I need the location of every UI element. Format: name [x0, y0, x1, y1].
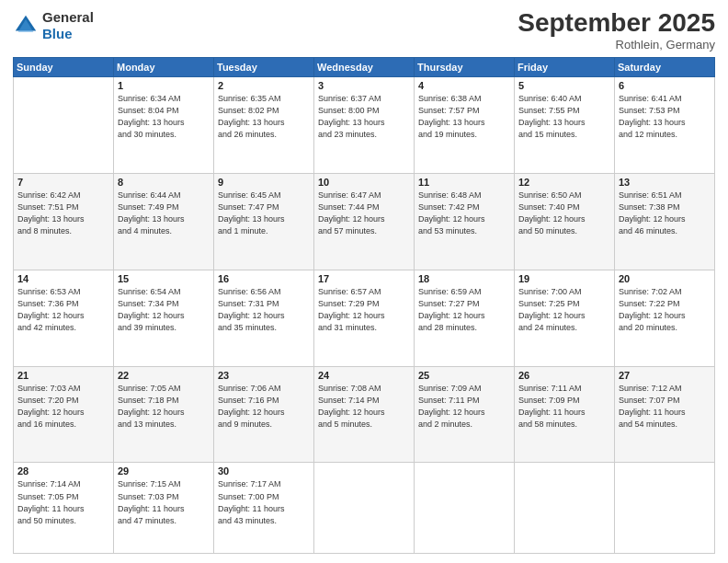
calendar-cell: 1Sunrise: 6:34 AM Sunset: 8:04 PM Daylig…	[114, 76, 214, 173]
calendar-cell: 12Sunrise: 6:50 AM Sunset: 7:40 PM Dayli…	[515, 173, 615, 270]
day-number: 29	[118, 465, 210, 477]
day-info: Sunrise: 7:09 AM Sunset: 7:11 PM Dayligh…	[418, 383, 510, 431]
day-info: Sunrise: 7:03 AM Sunset: 7:20 PM Dayligh…	[17, 383, 109, 431]
calendar-cell: 13Sunrise: 6:51 AM Sunset: 7:38 PM Dayli…	[615, 173, 715, 270]
day-info: Sunrise: 7:06 AM Sunset: 7:16 PM Dayligh…	[218, 383, 310, 431]
day-number: 11	[418, 177, 510, 188]
weekday-header: Wednesday	[314, 57, 415, 76]
calendar-cell	[14, 76, 114, 173]
calendar-cell: 26Sunrise: 7:11 AM Sunset: 7:09 PM Dayli…	[515, 366, 615, 463]
day-info: Sunrise: 6:34 AM Sunset: 8:04 PM Dayligh…	[118, 93, 210, 141]
calendar-cell: 29Sunrise: 7:15 AM Sunset: 7:03 PM Dayli…	[114, 463, 214, 554]
day-info: Sunrise: 7:14 AM Sunset: 7:05 PM Dayligh…	[17, 478, 109, 526]
weekday-header: Sunday	[14, 57, 114, 76]
day-info: Sunrise: 7:05 AM Sunset: 7:18 PM Dayligh…	[118, 383, 210, 431]
day-info: Sunrise: 6:54 AM Sunset: 7:34 PM Dayligh…	[118, 286, 210, 334]
day-number: 3	[318, 80, 410, 91]
calendar-cell	[415, 463, 515, 554]
day-number: 23	[218, 370, 310, 381]
day-number: 25	[418, 370, 510, 381]
calendar-cell: 6Sunrise: 6:41 AM Sunset: 7:53 PM Daylig…	[615, 76, 715, 173]
calendar-cell: 19Sunrise: 7:00 AM Sunset: 7:25 PM Dayli…	[515, 270, 615, 366]
day-info: Sunrise: 6:59 AM Sunset: 7:27 PM Dayligh…	[418, 286, 510, 334]
day-info: Sunrise: 6:53 AM Sunset: 7:36 PM Dayligh…	[17, 286, 109, 334]
day-info: Sunrise: 6:40 AM Sunset: 7:55 PM Dayligh…	[518, 93, 610, 141]
day-info: Sunrise: 6:50 AM Sunset: 7:40 PM Dayligh…	[518, 190, 610, 237]
day-number: 14	[17, 273, 109, 284]
day-number: 8	[118, 177, 210, 188]
calendar-week-row: 7Sunrise: 6:42 AM Sunset: 7:51 PM Daylig…	[14, 173, 715, 270]
calendar-cell	[515, 463, 615, 554]
calendar-cell: 11Sunrise: 6:48 AM Sunset: 7:42 PM Dayli…	[415, 173, 515, 270]
day-info: Sunrise: 6:57 AM Sunset: 7:29 PM Dayligh…	[318, 286, 410, 334]
day-info: Sunrise: 6:37 AM Sunset: 8:00 PM Dayligh…	[318, 93, 410, 141]
day-info: Sunrise: 7:08 AM Sunset: 7:14 PM Dayligh…	[318, 383, 410, 431]
calendar-cell	[314, 463, 415, 554]
weekday-header: Friday	[515, 57, 615, 76]
day-number: 15	[118, 273, 210, 284]
calendar-week-row: 14Sunrise: 6:53 AM Sunset: 7:36 PM Dayli…	[14, 270, 715, 366]
day-number: 4	[418, 80, 510, 91]
calendar-cell: 4Sunrise: 6:38 AM Sunset: 7:57 PM Daylig…	[415, 76, 515, 173]
calendar-cell: 14Sunrise: 6:53 AM Sunset: 7:36 PM Dayli…	[14, 270, 114, 366]
day-info: Sunrise: 6:41 AM Sunset: 7:53 PM Dayligh…	[619, 93, 711, 141]
month-title: September 2025	[518, 9, 715, 38]
calendar-cell: 15Sunrise: 6:54 AM Sunset: 7:34 PM Dayli…	[114, 270, 214, 366]
calendar-cell: 5Sunrise: 6:40 AM Sunset: 7:55 PM Daylig…	[515, 76, 615, 173]
calendar-cell: 25Sunrise: 7:09 AM Sunset: 7:11 PM Dayli…	[415, 366, 515, 463]
day-number: 9	[218, 177, 310, 188]
day-number: 2	[218, 80, 310, 91]
day-number: 28	[17, 465, 109, 477]
calendar-cell: 24Sunrise: 7:08 AM Sunset: 7:14 PM Dayli…	[314, 366, 415, 463]
calendar-cell: 27Sunrise: 7:12 AM Sunset: 7:07 PM Dayli…	[615, 366, 715, 463]
weekday-header: Monday	[114, 57, 214, 76]
day-number: 26	[518, 370, 610, 381]
day-number: 18	[418, 273, 510, 284]
day-info: Sunrise: 7:15 AM Sunset: 7:03 PM Dayligh…	[118, 478, 210, 526]
day-number: 24	[318, 370, 410, 381]
day-number: 16	[218, 273, 310, 284]
calendar-cell: 7Sunrise: 6:42 AM Sunset: 7:51 PM Daylig…	[14, 173, 114, 270]
page: General Blue September 2025 Rothlein, Ge…	[0, 0, 728, 563]
title-block: September 2025 Rothlein, Germany	[518, 9, 715, 52]
day-info: Sunrise: 6:56 AM Sunset: 7:31 PM Dayligh…	[218, 286, 310, 334]
calendar-cell: 9Sunrise: 6:45 AM Sunset: 7:47 PM Daylig…	[214, 173, 314, 270]
day-info: Sunrise: 6:35 AM Sunset: 8:02 PM Dayligh…	[218, 93, 310, 141]
calendar-cell: 30Sunrise: 7:17 AM Sunset: 7:00 PM Dayli…	[214, 463, 314, 554]
day-number: 17	[318, 273, 410, 284]
day-number: 1	[118, 80, 210, 91]
calendar-week-row: 28Sunrise: 7:14 AM Sunset: 7:05 PM Dayli…	[14, 463, 715, 554]
day-info: Sunrise: 6:48 AM Sunset: 7:42 PM Dayligh…	[418, 190, 510, 237]
header: General Blue September 2025 Rothlein, Ge…	[13, 9, 715, 52]
day-info: Sunrise: 7:00 AM Sunset: 7:25 PM Dayligh…	[518, 286, 610, 334]
weekday-header: Tuesday	[214, 57, 314, 76]
day-number: 10	[318, 177, 410, 188]
calendar-cell	[615, 463, 715, 554]
calendar-cell: 10Sunrise: 6:47 AM Sunset: 7:44 PM Dayli…	[314, 173, 415, 270]
day-info: Sunrise: 7:02 AM Sunset: 7:22 PM Dayligh…	[619, 286, 711, 334]
day-number: 13	[619, 177, 711, 188]
weekday-header: Saturday	[615, 57, 715, 76]
day-info: Sunrise: 7:12 AM Sunset: 7:07 PM Dayligh…	[619, 383, 711, 431]
day-info: Sunrise: 7:17 AM Sunset: 7:00 PM Dayligh…	[218, 478, 310, 526]
calendar-cell: 22Sunrise: 7:05 AM Sunset: 7:18 PM Dayli…	[114, 366, 214, 463]
calendar-week-row: 1Sunrise: 6:34 AM Sunset: 8:04 PM Daylig…	[14, 76, 715, 173]
calendar-table: SundayMondayTuesdayWednesdayThursdayFrid…	[13, 57, 715, 554]
logo-text: General Blue	[42, 9, 94, 42]
calendar-header-row: SundayMondayTuesdayWednesdayThursdayFrid…	[14, 57, 715, 76]
day-number: 21	[17, 370, 109, 381]
day-info: Sunrise: 6:51 AM Sunset: 7:38 PM Dayligh…	[619, 190, 711, 237]
day-info: Sunrise: 7:11 AM Sunset: 7:09 PM Dayligh…	[518, 383, 610, 431]
day-number: 7	[17, 177, 109, 188]
day-info: Sunrise: 6:44 AM Sunset: 7:49 PM Dayligh…	[118, 190, 210, 237]
day-number: 12	[518, 177, 610, 188]
day-number: 30	[218, 465, 310, 477]
calendar-cell: 28Sunrise: 7:14 AM Sunset: 7:05 PM Dayli…	[14, 463, 114, 554]
calendar-cell: 16Sunrise: 6:56 AM Sunset: 7:31 PM Dayli…	[214, 270, 314, 366]
location-subtitle: Rothlein, Germany	[518, 38, 715, 52]
logo: General Blue	[13, 9, 94, 42]
calendar-cell: 18Sunrise: 6:59 AM Sunset: 7:27 PM Dayli…	[415, 270, 515, 366]
calendar-cell: 23Sunrise: 7:06 AM Sunset: 7:16 PM Dayli…	[214, 366, 314, 463]
day-info: Sunrise: 6:38 AM Sunset: 7:57 PM Dayligh…	[418, 93, 510, 141]
calendar-cell: 21Sunrise: 7:03 AM Sunset: 7:20 PM Dayli…	[14, 366, 114, 463]
